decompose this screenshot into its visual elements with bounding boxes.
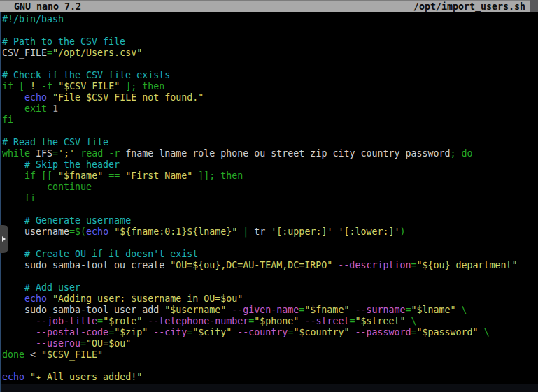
code-line [2, 238, 530, 249]
code-line: # Check if the CSV file exists [2, 70, 530, 81]
code-line: continue [2, 182, 530, 193]
code-line: # Skip the header [2, 159, 530, 170]
code-line [2, 204, 530, 215]
code-line: # Create OU if it doesn't exist [2, 249, 530, 260]
code-line [2, 271, 530, 282]
nano-titlebar: GNU nano 7.2 /opt/import_users.sh [0, 0, 530, 12]
editor-buffer[interactable]: #!/bin/bash# Path to the CSV fileCSV_FIL… [0, 12, 530, 384]
code-line: --postal-code="$zip" --city="$city" --co… [2, 327, 530, 338]
code-line: echo "✦ All users added!" [2, 372, 530, 383]
code-line [2, 126, 530, 137]
code-line: --userou="OU=$ou" [2, 338, 530, 349]
code-line: sudo samba-tool user add "$username" --g… [2, 305, 530, 316]
file-path: /opt/import_users.sh [413, 1, 530, 12]
code-line: echo "File $CSV_FILE not found." [2, 92, 530, 103]
code-line: username=$(echo "${fname:0:1}${lname}" |… [2, 226, 530, 238]
titlebar-corner [530, 0, 538, 12]
code-line: # Read the CSV file [2, 137, 530, 148]
app-title: GNU nano 7.2 [0, 1, 81, 12]
bottom-strip [0, 384, 538, 392]
code-line: fi [2, 193, 530, 204]
code-line: if [ ! -f "$CSV_FILE" ]; then [2, 81, 530, 92]
code-line: --job-title="$role" --telephone-number="… [2, 316, 530, 327]
code-line: done < "$CSV_FILE" [2, 349, 530, 361]
terminal-window: GNU nano 7.2 /opt/import_users.sh #!/bin… [0, 0, 538, 392]
chevron-right-icon [2, 236, 6, 242]
code-line: CSV_FILE="/opt/Users.csv" [2, 48, 530, 59]
panel-toggle-tab[interactable] [0, 225, 8, 253]
code-line: echo "Adding user: $username in OU=$ou" [2, 293, 530, 305]
code-line [2, 25, 530, 36]
code-line: # Add user [2, 282, 530, 293]
code-line: # Path to the CSV file [2, 36, 530, 48]
code-line [2, 59, 530, 70]
code-line: # Generate username [2, 215, 530, 226]
code-line: fi [2, 115, 530, 126]
code-line: #!/bin/bash [2, 14, 530, 25]
code-line: if [[ "$fname" == "First Name" ]]; then [2, 170, 530, 182]
code-line: exit 1 [2, 103, 530, 115]
code-line: sudo samba-tool ou create "OU=${ou},DC=A… [2, 260, 530, 271]
code-line [2, 361, 530, 372]
code-line: while IFS=';' read -r fname lname role p… [2, 148, 530, 159]
